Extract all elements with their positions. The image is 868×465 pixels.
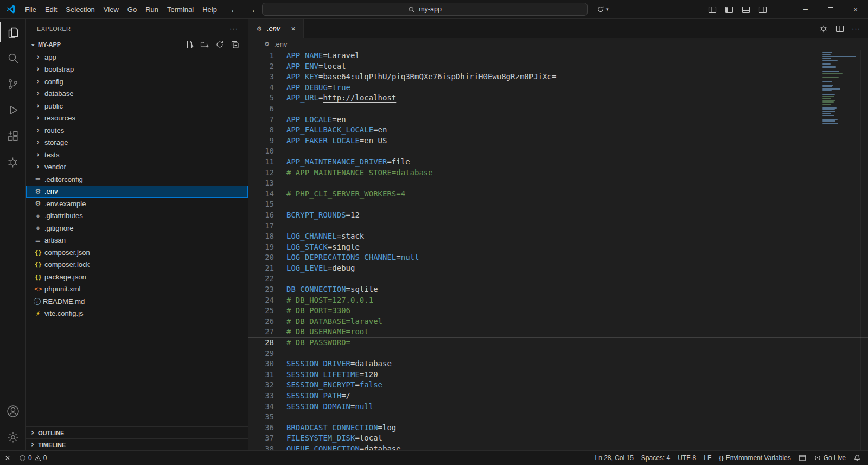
code-line-1[interactable]: 1APP_NAME=Laravel (248, 50, 868, 61)
file-composer.json[interactable]: {}composer.json (26, 246, 248, 259)
code-line-25[interactable]: 25# DB_PORT=3306 (248, 305, 868, 316)
remote-indicator[interactable] (0, 451, 15, 465)
menu-terminal[interactable]: Terminal (163, 3, 198, 16)
code-line-37[interactable]: 37FILESYSTEM_DISK=local (248, 433, 868, 444)
code-line-31[interactable]: 31SESSION_LIFETIME=120 (248, 370, 868, 380)
code-area[interactable]: 1APP_NAME=Laravel2APP_ENV=local3APP_KEY=… (248, 50, 868, 450)
forward-arrow-icon[interactable]: → (248, 5, 256, 14)
menu-go[interactable]: Go (123, 3, 141, 16)
code-line-3[interactable]: 3APP_KEY=base64:ulqPthU/piq3RmQXe76ispDh… (248, 72, 868, 82)
file-package.json[interactable]: {}package.json (26, 271, 248, 283)
code-line-23[interactable]: 23DB_CONNECTION=sqlite (248, 284, 868, 295)
code-line-21[interactable]: 21LOG_LEVEL=debug (248, 263, 868, 274)
file-phpunit.xml[interactable]: <>phpunit.xml (26, 283, 248, 296)
maximize-button[interactable] (818, 0, 843, 19)
split-editor-icon[interactable] (835, 24, 844, 33)
file-.gitignore[interactable]: ◆.gitignore (26, 222, 248, 234)
folder-storage[interactable]: ›storage (26, 137, 248, 149)
file-.env.example[interactable]: ⚙.env.example (26, 198, 248, 210)
code-line-30[interactable]: 30SESSION_DRIVER=database (248, 359, 868, 370)
indentation[interactable]: Spaces: 4 (637, 451, 674, 465)
source-control-icon[interactable] (0, 71, 25, 97)
refresh-icon[interactable] (215, 40, 224, 49)
code-line-15[interactable]: 15 (248, 199, 868, 210)
code-line-7[interactable]: 7APP_LOCALE=en (248, 114, 868, 125)
file-composer.lock[interactable]: {}composer.lock (26, 259, 248, 271)
folder-tests[interactable]: ›tests (26, 149, 248, 161)
cursor-position[interactable]: Ln 28, Col 15 (591, 451, 637, 465)
toggle-panel-icon[interactable] (742, 5, 750, 14)
close-tab-icon[interactable]: × (288, 23, 299, 34)
code-line-10[interactable]: 10 (248, 146, 868, 157)
menu-run[interactable]: Run (141, 3, 163, 16)
code-line-6[interactable]: 6 (248, 104, 868, 114)
code-line-19[interactable]: 19LOG_STACK=single (248, 242, 868, 253)
collapse-all-icon[interactable] (231, 40, 239, 49)
code-line-34[interactable]: 34SESSION_DOMAIN=null (248, 402, 868, 412)
code-line-28[interactable]: 28# DB_PASSWORD= (248, 337, 868, 348)
search-sidebar-icon[interactable] (0, 45, 25, 71)
code-line-12[interactable]: 12# APP_MAINTENANCE_STORE=database (248, 168, 868, 179)
minimap[interactable] (822, 52, 858, 124)
code-line-11[interactable]: 11APP_MAINTENANCE_DRIVER=file (248, 157, 868, 168)
file-vite.config.js[interactable]: ⚡vite.config.js (26, 308, 248, 320)
extensions-icon[interactable] (0, 123, 25, 149)
folder-routes[interactable]: ›routes (26, 124, 248, 137)
eol-sequence[interactable]: LF (700, 451, 715, 465)
breadcrumb[interactable]: ⚙ .env (248, 38, 868, 50)
new-folder-icon[interactable] (200, 40, 209, 49)
toggle-secondary-sidebar-icon[interactable] (758, 5, 767, 14)
scrollbar[interactable] (860, 50, 861, 450)
code-line-16[interactable]: 16BCRYPT_ROUNDS=12 (248, 210, 868, 221)
code-line-14[interactable]: 14# PHP_CLI_SERVER_WORKERS=4 (248, 189, 868, 200)
chatgpt-extension-icon[interactable] (0, 149, 25, 175)
go-live[interactable]: Go Live (810, 451, 850, 465)
code-line-20[interactable]: 20LOG_DEPRECATIONS_CHANNEL=null (248, 252, 868, 263)
folder-app[interactable]: ›app (26, 51, 248, 63)
browser-preview-icon[interactable] (795, 451, 810, 465)
code-line-27[interactable]: 27# DB_USERNAME=root (248, 327, 868, 337)
folder-vendor[interactable]: ›vendor (26, 161, 248, 174)
toggle-primary-sidebar-icon[interactable] (725, 5, 733, 14)
language-mode[interactable]: {} Environment Variables (715, 451, 794, 465)
run-debug-icon[interactable] (0, 97, 25, 123)
close-window-button[interactable]: × (843, 0, 868, 19)
code-line-22[interactable]: 22 (248, 273, 868, 284)
more-actions-icon[interactable]: ··· (852, 24, 860, 33)
explorer-icon[interactable] (0, 19, 25, 45)
project-section-header[interactable]: › MY-APP (26, 38, 248, 51)
explorer-more-actions-icon[interactable]: ··· (229, 24, 238, 33)
file-.gitattributes[interactable]: ◆.gitattributes (26, 210, 248, 222)
settings-gear-icon[interactable] (0, 424, 25, 450)
menu-view[interactable]: View (99, 3, 123, 16)
menu-selection[interactable]: Selection (61, 3, 99, 16)
file-.env[interactable]: ⚙.env (26, 186, 248, 198)
code-line-18[interactable]: 18LOG_CHANNEL=stack (248, 231, 868, 242)
section-outline[interactable]: › OUTLINE (26, 426, 248, 438)
code-line-9[interactable]: 9APP_FAKER_LOCALE=en_US (248, 136, 868, 146)
code-line-38[interactable]: 38QUEUE_CONNECTION=database (248, 444, 868, 450)
folder-config[interactable]: ›config (26, 75, 248, 88)
notifications-bell-icon[interactable] (850, 451, 865, 465)
section-timeline[interactable]: › TIMELINE (26, 438, 248, 450)
minimize-button[interactable]: ─ (793, 0, 818, 19)
encoding[interactable]: UTF-8 (674, 451, 700, 465)
file-README.md[interactable]: iREADME.md (26, 295, 248, 308)
chatgpt-action-icon[interactable] (819, 24, 828, 33)
code-line-26[interactable]: 26# DB_DATABASE=laravel (248, 316, 868, 327)
code-line-4[interactable]: 4APP_DEBUG=true (248, 82, 868, 93)
code-line-33[interactable]: 33SESSION_PATH=/ (248, 391, 868, 402)
code-line-29[interactable]: 29 (248, 348, 868, 359)
code-line-8[interactable]: 8APP_FALLBACK_LOCALE=en (248, 125, 868, 136)
menu-edit[interactable]: Edit (41, 3, 61, 16)
file-.editorconfig[interactable]: ≡.editorconfig (26, 173, 248, 186)
menu-file[interactable]: File (21, 3, 41, 16)
command-center-search[interactable]: my-app (262, 3, 588, 16)
code-line-32[interactable]: 32SESSION_ENCRYPT=false (248, 380, 868, 391)
breadcrumb-item[interactable]: .env (274, 40, 288, 48)
account-icon[interactable] (0, 398, 25, 424)
code-line-24[interactable]: 24# DB_HOST=127.0.0.1 (248, 295, 868, 306)
problems-indicator[interactable]: 0 0 (15, 451, 50, 465)
file-artisan[interactable]: ≡artisan (26, 234, 248, 247)
code-line-2[interactable]: 2APP_ENV=local (248, 61, 868, 72)
